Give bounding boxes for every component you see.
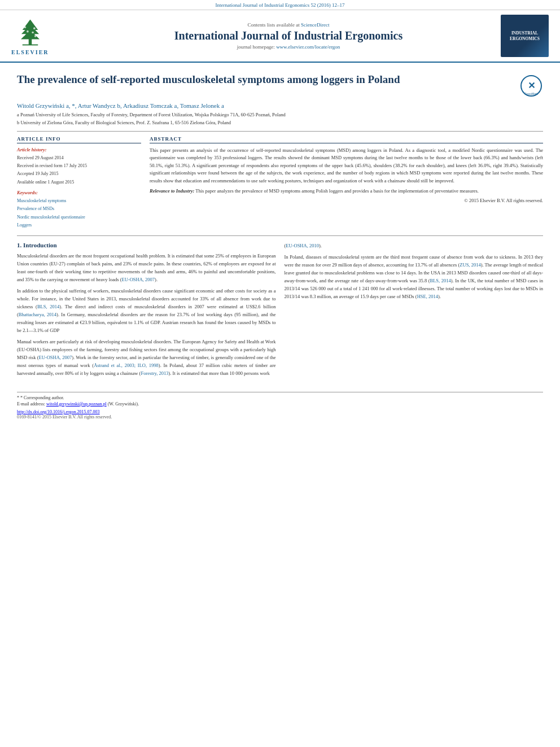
article-title: The prevalence of self-reported musculos… (17, 73, 515, 87)
ref-eu-osha-2007[interactable]: EU-OSHA, 2007 (122, 277, 155, 282)
svg-point-9 (23, 34, 25, 36)
intro-para-2: In addition to the physical suffering of… (17, 287, 276, 334)
crossmark-logo[interactable]: ✕ CrossMark (520, 75, 543, 98)
journal-header-center: Contents lists available at ScienceDirec… (85, 22, 492, 50)
body-right-col: (EU-OSHA, 2010). In Poland, diseases of … (285, 242, 544, 381)
elsevier-wordmark: ELSEVIER (11, 49, 49, 55)
abstract-main-text: This paper presents an analysis of the o… (150, 147, 543, 185)
intro-heading: 1. Introduction (17, 242, 276, 248)
journal-header: ELSEVIER Contents lists available at Sci… (0, 10, 560, 63)
intro-para-1: Musculoskeletal disorders are the most f… (17, 252, 276, 283)
svg-point-10 (34, 35, 37, 37)
svg-point-5 (24, 26, 26, 28)
sciencedirect-label: Contents lists available at ScienceDirec… (85, 22, 492, 28)
received-revised-date: Received in revised form 17 July 2015 (17, 162, 141, 170)
page-footer: * * Corresponding author. E-mail address… (17, 392, 543, 420)
abstract-heading: ABSTRACT (150, 136, 543, 143)
journal-homepage-link[interactable]: www.elsevier.com/locate/ergon (276, 44, 340, 50)
affiliation-a: a Poznań University of Life Sciences, Fa… (17, 111, 543, 119)
svg-rect-1 (23, 44, 38, 45)
keyword-4: Loggers (17, 221, 141, 229)
abstract-copyright: © 2015 Elsevier B.V. All rights reserved… (150, 198, 543, 203)
affiliation-b: b University of Zielona Góra, Faculty of… (17, 119, 543, 126)
ref-bls-2014[interactable]: BLS, 2014 (37, 304, 59, 309)
right-intro-ref: (EU-OSHA, 2010). (285, 242, 544, 250)
section-divider-mid (17, 235, 543, 236)
ref-forestry[interactable]: Forestry, 2013 (141, 370, 168, 376)
email-note: E-mail address: witold.grzywinski@up.poz… (17, 401, 543, 407)
corresponding-email-link[interactable]: witold.grzywinski@up.poznan.pl (46, 401, 107, 407)
affiliations: a Poznań University of Life Sciences, Fa… (17, 111, 543, 126)
ref-ilo[interactable]: ILO, 1998 (138, 362, 159, 368)
accepted-date: Accepted 19 July 2015 (17, 170, 141, 178)
journal-logo-line1: INDUSTRIAL (511, 30, 538, 36)
body-content: 1. Introduction Musculoskeletal disorder… (17, 242, 543, 381)
section-divider-top (17, 131, 543, 132)
sciencedirect-link[interactable]: ScienceDirect (301, 22, 329, 28)
intro-number: 1. (17, 242, 21, 248)
keyword-1: Musculoskeletal symptoms (17, 197, 141, 205)
journal-logo-line2: ERGONOMICS (510, 36, 540, 42)
doi-link[interactable]: http://dx.doi.org/10.1016/j.ergon.2015.0… (17, 409, 100, 414)
available-online-date: Available online 1 August 2015 (17, 178, 141, 186)
journal-homepage-label: journal homepage: www.elsevier.com/locat… (85, 44, 492, 50)
svg-point-8 (32, 31, 34, 33)
ref-astrand[interactable]: Åstrand et al., 2003; (94, 362, 135, 368)
paper-content: The prevalence of self-reported musculos… (0, 63, 560, 425)
svg-rect-0 (29, 38, 32, 45)
journal-reference-text: International Journal of Industrial Ergo… (215, 2, 344, 8)
keywords-label: Keywords: (17, 190, 141, 195)
ref-bls-2014b[interactable]: BLS, 2014 (430, 278, 451, 283)
ref-hse[interactable]: HSE, 2014 (417, 294, 438, 299)
ref-zus[interactable]: ZUS, 2014 (460, 262, 480, 268)
ref-eu-osha-2007b[interactable]: EU-OSHA, 2007 (38, 355, 72, 360)
relevance-text: This paper analyzes the prevalence of MS… (195, 188, 479, 194)
relevance-label: Relevance to Industry: (150, 188, 194, 194)
elsevier-logo-area: ELSEVIER (11, 17, 85, 55)
svg-text:CrossMark: CrossMark (524, 92, 539, 95)
journal-logo-right: INDUSTRIAL ERGONOMICS (492, 15, 549, 57)
article-info-col: ARTICLE INFO Article history: Received 2… (17, 136, 141, 230)
abstract-col: ABSTRACT This paper presents an analysis… (150, 136, 543, 230)
authors-line: Witold Grzywiński a, *, Artur Wandycz b,… (17, 102, 543, 109)
corresponding-author-note: * * Corresponding author. (17, 395, 543, 400)
article-history-label: Article history: (17, 147, 141, 152)
article-dates: Received 29 August 2014 Received in revi… (17, 154, 141, 187)
elsevier-tree-icon (15, 17, 46, 48)
doi-line: http://dx.doi.org/10.1016/j.ergon.2015.0… (17, 409, 543, 414)
keyword-3: Nordic musculoskeletal questionnaire (17, 213, 141, 221)
issn-copyright: 0169-8141/© 2015 Elsevier B.V. All right… (17, 414, 543, 420)
body-left-col: 1. Introduction Musculoskeletal disorder… (17, 242, 276, 381)
received-date: Received 29 August 2014 (17, 154, 141, 162)
svg-point-6 (33, 27, 36, 29)
elsevier-logo: ELSEVIER (11, 17, 49, 55)
journal-reference-bar: International Journal of Industrial Ergo… (0, 0, 560, 10)
article-title-section: The prevalence of self-reported musculos… (17, 68, 543, 98)
intro-para-3: Manual workers are particularly at risk … (17, 338, 276, 377)
ref-eu-osha-2010[interactable]: EU-OSHA, 2010 (286, 243, 319, 248)
article-info-abstract-row: ARTICLE INFO Article history: Received 2… (17, 136, 543, 230)
ref-bhattacharya[interactable]: Bhattacharya, 2014 (19, 312, 56, 317)
keyword-2: Prevalence of MSDs (17, 205, 141, 213)
article-info-heading: ARTICLE INFO (17, 136, 141, 143)
intro-title: Introduction (23, 242, 57, 248)
svg-text:✕: ✕ (528, 81, 535, 90)
svg-point-7 (27, 30, 29, 32)
keywords-list: Musculoskeletal symptoms Prevalence of M… (17, 197, 141, 230)
journal-name-heading: International Journal of Industrial Ergo… (85, 29, 492, 42)
abstract-relevance: Relevance to Industry: This paper analyz… (150, 187, 543, 195)
journal-brand-box: INDUSTRIAL ERGONOMICS (501, 15, 549, 57)
crossmark-icon: ✕ CrossMark (520, 75, 542, 97)
right-para-1: In Poland, diseases of musculoskeletal s… (285, 253, 544, 300)
